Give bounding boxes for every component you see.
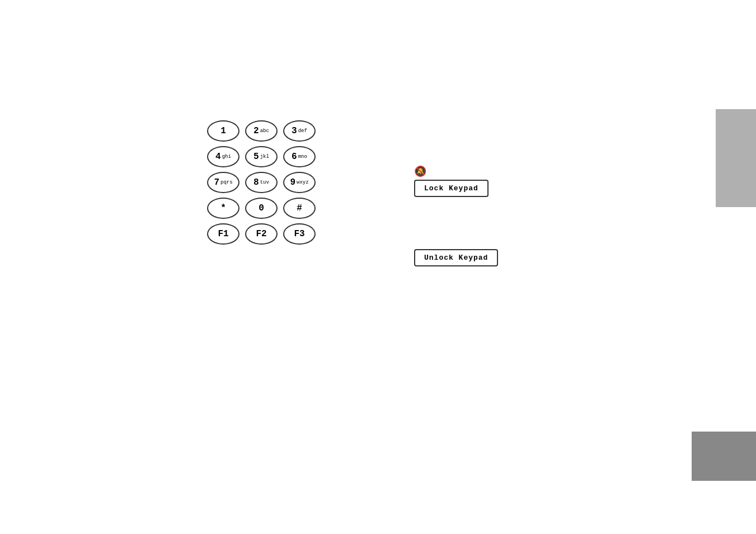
key-hash[interactable]: #	[283, 198, 316, 219]
gray-bar-bottom	[692, 432, 756, 481]
unlock-section: Unlock Keypad	[414, 249, 498, 266]
key-8[interactable]: 8tuv	[245, 172, 278, 193]
key-4[interactable]: 4ghi	[207, 146, 240, 167]
key-f2[interactable]: F2	[245, 223, 278, 245]
keypad-container: 1 2abc 3def 4ghi 5jkl 6mno 7pqrs 8tuv 9w…	[207, 120, 316, 249]
key-star[interactable]: *	[207, 198, 240, 219]
key-2[interactable]: 2abc	[245, 120, 278, 142]
keypad-row-4: * 0 #	[207, 198, 316, 219]
lock-section: 🔕 Lock Keypad	[414, 165, 489, 197]
key-9[interactable]: 9wxyz	[283, 172, 316, 193]
key-7[interactable]: 7pqrs	[207, 172, 240, 193]
key-6[interactable]: 6mno	[283, 146, 316, 167]
key-f3[interactable]: F3	[283, 223, 316, 245]
key-0[interactable]: 0	[245, 198, 278, 219]
keypad-row-3: 7pqrs 8tuv 9wxyz	[207, 172, 316, 193]
keypad-row-2: 4ghi 5jkl 6mno	[207, 146, 316, 167]
keypad-row-5: F1 F2 F3	[207, 223, 316, 245]
unlock-keypad-button[interactable]: Unlock Keypad	[414, 249, 498, 266]
lock-icon: 🔕	[414, 165, 489, 177]
lock-keypad-button[interactable]: Lock Keypad	[414, 180, 489, 197]
key-5[interactable]: 5jkl	[245, 146, 278, 167]
keypad-row-1: 1 2abc 3def	[207, 120, 316, 142]
gray-bar-top	[716, 109, 756, 207]
key-3[interactable]: 3def	[283, 120, 316, 142]
key-1[interactable]: 1	[207, 120, 240, 142]
key-f1[interactable]: F1	[207, 223, 240, 245]
